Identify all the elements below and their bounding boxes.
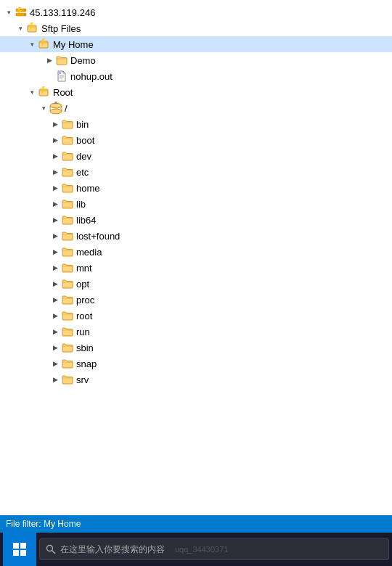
status-bar: File filter: My Home xyxy=(0,515,392,533)
folder-node[interactable]: sbin xyxy=(0,340,392,356)
folder-expand-arrow[interactable] xyxy=(49,278,61,290)
folder-icon xyxy=(61,246,74,258)
nohup-label: nohup.out xyxy=(70,71,113,82)
svg-point-11 xyxy=(50,109,62,114)
status-bar-label: File filter: My Home xyxy=(6,519,81,529)
folder-expand-arrow[interactable] xyxy=(49,358,61,369)
folder-node[interactable]: etc xyxy=(0,164,392,180)
slash-label: / xyxy=(65,103,68,114)
folder-expand-arrow[interactable] xyxy=(49,198,61,210)
folder-icon xyxy=(61,326,74,337)
file-tree[interactable]: 45.133.119.246 Sftp Files My Home xyxy=(0,0,392,515)
folder-expand-arrow[interactable] xyxy=(49,310,61,321)
folder-icon xyxy=(61,310,74,321)
windows-icon xyxy=(12,542,27,557)
folder-node[interactable]: dev xyxy=(0,148,392,164)
folder-icon xyxy=(61,278,74,290)
folder-icon xyxy=(61,118,74,130)
demo-folder-icon xyxy=(55,54,68,66)
folder-node[interactable]: lib xyxy=(0,196,392,212)
nohup-file-icon xyxy=(55,70,68,82)
folder-node[interactable]: home xyxy=(0,180,392,196)
folder-icon xyxy=(61,342,74,353)
folder-node[interactable]: run xyxy=(0,324,392,340)
root-node[interactable]: Root xyxy=(0,84,392,100)
myhome-expand-arrow[interactable] xyxy=(26,38,38,50)
folder-label: srv xyxy=(76,374,89,385)
folder-label: sbin xyxy=(76,343,94,353)
folder-node[interactable]: lost+found xyxy=(0,228,392,244)
folder-icon xyxy=(61,262,74,274)
folder-label: proc xyxy=(76,295,94,305)
folder-expand-arrow[interactable] xyxy=(49,214,61,226)
folder-icon xyxy=(61,134,74,146)
sftp-files-label: Sftp Files xyxy=(41,23,81,34)
my-home-node[interactable]: My Home xyxy=(0,36,392,52)
folder-expand-arrow[interactable] xyxy=(49,182,61,194)
folder-expand-arrow[interactable] xyxy=(49,230,61,242)
folder-node[interactable]: boot xyxy=(0,132,392,148)
folder-icon xyxy=(61,230,74,242)
sftp-files-node[interactable]: Sftp Files xyxy=(0,20,392,36)
demo-label: Demo xyxy=(70,55,96,66)
watermark-label: uqq_34430371 xyxy=(175,545,228,554)
folder-expand-arrow[interactable] xyxy=(49,294,61,305)
folder-node[interactable]: opt xyxy=(0,276,392,292)
folder-icon xyxy=(61,358,74,369)
folder-icon xyxy=(61,294,74,305)
folder-expand-arrow[interactable] xyxy=(49,262,61,274)
folder-node[interactable]: snap xyxy=(0,356,392,372)
search-icon xyxy=(46,544,56,554)
folder-node[interactable]: srv xyxy=(0,372,392,387)
folder-label: root xyxy=(76,311,92,321)
taskbar-search[interactable]: 在这里输入你要搜索的内容 uqq_34430371 xyxy=(39,538,389,560)
nohup-node[interactable]: nohup.out xyxy=(0,68,392,84)
server-label: 45.133.119.246 xyxy=(30,7,95,18)
folder-icon xyxy=(61,150,74,162)
folder-icon xyxy=(61,198,74,210)
folder-icon xyxy=(61,166,74,178)
folder-node[interactable]: lib64 xyxy=(0,212,392,228)
folder-node[interactable]: proc xyxy=(0,292,392,308)
taskbar: 在这里输入你要搜索的内容 uqq_34430371 xyxy=(0,533,392,566)
start-button[interactable] xyxy=(3,533,36,566)
slash-drive-icon xyxy=(49,102,62,114)
server-expand-arrow[interactable] xyxy=(3,7,15,18)
folder-expand-arrow[interactable] xyxy=(49,374,61,385)
folder-node[interactable]: root xyxy=(0,308,392,324)
folder-label: lost+found xyxy=(76,231,120,242)
folder-label: media xyxy=(76,247,102,258)
folder-icon xyxy=(61,214,74,226)
slash-node[interactable]: / xyxy=(0,100,392,116)
folder-expand-arrow[interactable] xyxy=(49,326,61,337)
folder-node[interactable]: bin xyxy=(0,116,392,132)
folder-expand-arrow[interactable] xyxy=(49,166,61,178)
sftp-expand-arrow[interactable] xyxy=(15,22,26,34)
svg-point-12 xyxy=(50,103,62,108)
svg-point-3 xyxy=(24,14,25,15)
root-expand-arrow[interactable] xyxy=(26,86,38,98)
taskbar-search-placeholder: 在这里输入你要搜索的内容 xyxy=(60,544,165,556)
folder-label: opt xyxy=(76,279,89,290)
folder-expand-arrow[interactable] xyxy=(49,342,61,353)
folder-expand-arrow[interactable] xyxy=(49,134,61,146)
folder-expand-arrow[interactable] xyxy=(49,118,61,130)
folder-node[interactable]: media xyxy=(0,244,392,260)
my-home-label: My Home xyxy=(53,39,94,50)
folder-expand-arrow[interactable] xyxy=(49,246,61,258)
demo-node[interactable]: Demo xyxy=(0,52,392,68)
svg-rect-18 xyxy=(13,543,19,549)
svg-point-22 xyxy=(47,546,53,551)
folder-label: boot xyxy=(76,135,94,146)
svg-rect-20 xyxy=(13,550,19,556)
svg-rect-19 xyxy=(20,543,26,549)
folder-label: snap xyxy=(76,358,97,369)
folder-label: etc xyxy=(76,167,89,178)
folder-expand-arrow[interactable] xyxy=(49,150,61,162)
folders-container: bin boot dev xyxy=(0,116,392,387)
folder-node[interactable]: mnt xyxy=(0,260,392,276)
server-node[interactable]: 45.133.119.246 xyxy=(0,4,392,20)
demo-expand-arrow[interactable] xyxy=(44,54,55,66)
folder-icon xyxy=(61,374,74,385)
slash-expand-arrow[interactable] xyxy=(38,102,49,114)
